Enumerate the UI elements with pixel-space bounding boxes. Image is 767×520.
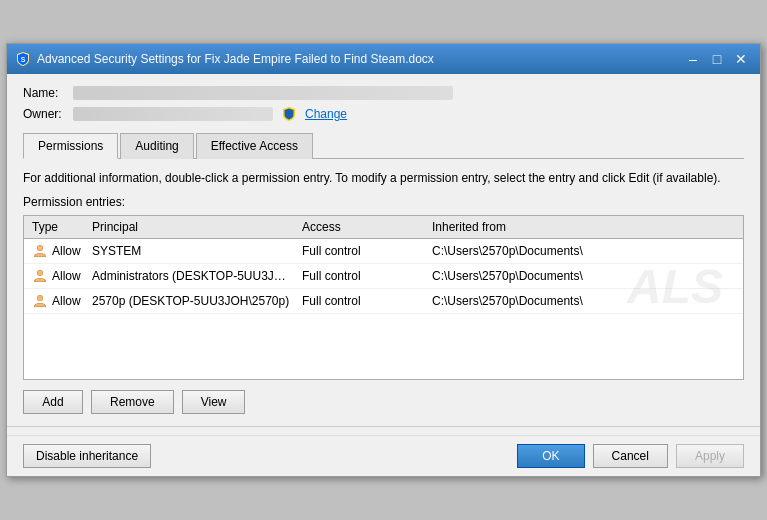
- owner-value: [73, 107, 273, 121]
- content-area: Name: Owner: Change Permissions Auditin: [7, 74, 760, 426]
- disable-inheritance-button[interactable]: Disable inheritance: [23, 444, 151, 468]
- svg-text:S: S: [21, 56, 26, 63]
- svg-point-2: [38, 246, 43, 251]
- name-value: [73, 86, 453, 100]
- row2-access: Full control: [298, 293, 428, 309]
- owner-label: Owner:: [23, 107, 73, 121]
- owner-content: Change: [73, 106, 347, 122]
- row0-type: Allow: [28, 242, 88, 260]
- table-body: Allow SYSTEM Full control C:\Users\2570p…: [24, 239, 743, 379]
- row1-inherited: C:\Users\2570p\Documents\: [428, 268, 739, 284]
- minimize-button[interactable]: –: [682, 49, 704, 69]
- col-access: Access: [298, 219, 428, 235]
- name-label: Name:: [23, 86, 73, 100]
- svg-point-6: [38, 296, 43, 301]
- add-button[interactable]: Add: [23, 390, 83, 414]
- svg-point-4: [38, 271, 43, 276]
- row1-access: Full control: [298, 268, 428, 284]
- apply-button[interactable]: Apply: [676, 444, 744, 468]
- maximize-button[interactable]: □: [706, 49, 728, 69]
- row0-principal: SYSTEM: [88, 243, 298, 259]
- table-header: Type Principal Access Inherited from: [24, 216, 743, 239]
- name-row: Name:: [23, 86, 744, 100]
- ok-cancel-row: OK Cancel Apply: [517, 444, 744, 468]
- title-buttons: – □ ✕: [682, 49, 752, 69]
- cancel-button[interactable]: Cancel: [593, 444, 668, 468]
- row2-principal: 2570p (DESKTOP-5UU3JOH\2570p): [88, 293, 298, 309]
- row0-access: Full control: [298, 243, 428, 259]
- table-row[interactable]: Allow 2570p (DESKTOP-5UU3JOH\2570p) Full…: [24, 289, 743, 314]
- row1-type: Allow: [28, 267, 88, 285]
- row2-type: Allow: [28, 292, 88, 310]
- remove-button[interactable]: Remove: [91, 390, 174, 414]
- title-bar: S Advanced Security Settings for Fix Jad…: [7, 44, 760, 74]
- change-link[interactable]: Change: [305, 107, 347, 121]
- col-type: Type: [28, 219, 88, 235]
- user-icon: [32, 293, 48, 309]
- ok-button[interactable]: OK: [517, 444, 584, 468]
- main-window: S Advanced Security Settings for Fix Jad…: [6, 43, 761, 477]
- view-button[interactable]: View: [182, 390, 246, 414]
- tab-auditing[interactable]: Auditing: [120, 133, 193, 159]
- window-title: Advanced Security Settings for Fix Jade …: [37, 52, 434, 66]
- tab-bar: Permissions Auditing Effective Access: [23, 132, 744, 159]
- info-text: For additional information, double-click…: [23, 169, 744, 187]
- window-icon: S: [15, 51, 31, 67]
- owner-row: Owner: Change: [23, 106, 744, 122]
- row0-inherited: C:\Users\2570p\Documents\: [428, 243, 739, 259]
- tab-permissions[interactable]: Permissions: [23, 133, 118, 159]
- row2-inherited: C:\Users\2570p\Documents\: [428, 293, 739, 309]
- user-icon: [32, 243, 48, 259]
- row1-principal: Administrators (DESKTOP-5UU3JOH\Admin...: [88, 268, 298, 284]
- col-inherited: Inherited from: [428, 219, 739, 235]
- table-row[interactable]: Allow SYSTEM Full control C:\Users\2570p…: [24, 239, 743, 264]
- action-buttons: Add Remove View: [23, 390, 744, 414]
- table-row[interactable]: Allow Administrators (DESKTOP-5UU3JOH\Ad…: [24, 264, 743, 289]
- permission-table: Type Principal Access Inherited from: [23, 215, 744, 380]
- shield-icon: [281, 106, 297, 122]
- close-button[interactable]: ✕: [730, 49, 752, 69]
- user-icon: [32, 268, 48, 284]
- tab-effective-access[interactable]: Effective Access: [196, 133, 313, 159]
- title-bar-left: S Advanced Security Settings for Fix Jad…: [15, 51, 682, 67]
- section-label: Permission entries:: [23, 195, 744, 209]
- col-principal: Principal: [88, 219, 298, 235]
- bottom-bar: Disable inheritance OK Cancel Apply: [7, 435, 760, 476]
